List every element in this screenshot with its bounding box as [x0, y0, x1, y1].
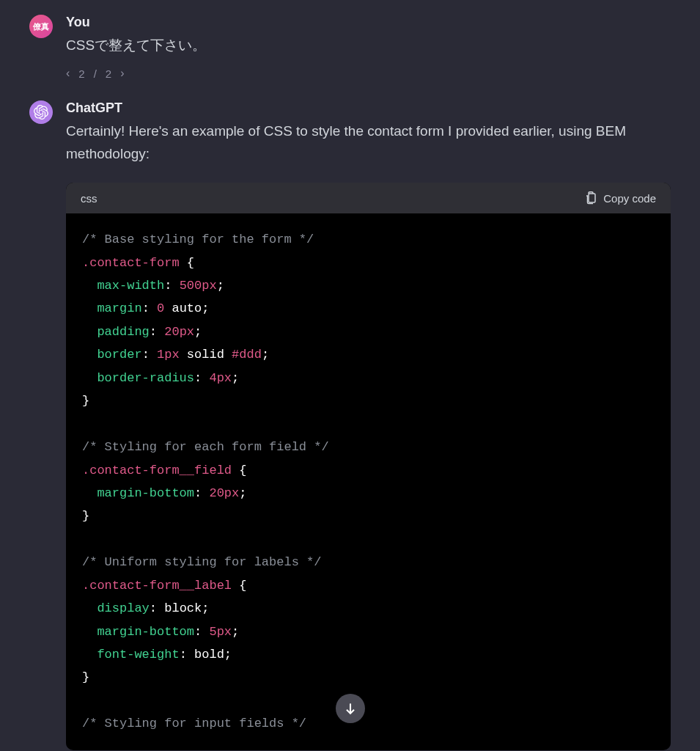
- user-text: CSSで整えて下さい。: [66, 34, 671, 56]
- conversation: 僚真 You CSSで整えて下さい。 ‹ 2 / 2 › ChatGPT Cer…: [0, 0, 700, 750]
- assistant-author: ChatGPT: [66, 100, 671, 116]
- openai-logo-icon: [34, 105, 48, 120]
- clipboard-icon: [584, 191, 597, 205]
- code-block: css Copy code /* Base styling for the fo…: [66, 183, 671, 750]
- user-message: 僚真 You CSSで整えて下さい。 ‹ 2 / 2 ›: [29, 15, 671, 80]
- user-avatar-text: 僚真: [33, 21, 49, 32]
- arrow-down-icon: [343, 701, 358, 716]
- copy-code-label: Copy code: [603, 192, 656, 205]
- scroll-down-button[interactable]: [336, 694, 365, 723]
- message-pagination: ‹ 2 / 2 ›: [66, 67, 671, 80]
- code-header: css Copy code: [66, 183, 671, 213]
- user-author: You: [66, 15, 671, 30]
- assistant-avatar: [29, 100, 53, 124]
- user-message-body: You CSSで整えて下さい。 ‹ 2 / 2 ›: [66, 15, 671, 80]
- pagination-total: 2: [106, 67, 111, 80]
- user-avatar: 僚真: [29, 15, 53, 38]
- assistant-text: Certainly! Here's an example of CSS to s…: [66, 120, 671, 165]
- next-message-button[interactable]: ›: [120, 67, 124, 80]
- pagination-current: 2: [78, 67, 84, 80]
- code-content[interactable]: /* Base styling for the form */ .contact…: [66, 213, 671, 750]
- pagination-sep: /: [94, 67, 97, 80]
- svg-rect-0: [589, 194, 595, 202]
- copy-code-button[interactable]: Copy code: [584, 191, 656, 205]
- assistant-message: ChatGPT Certainly! Here's an example of …: [29, 100, 671, 750]
- code-language-label: css: [81, 192, 97, 205]
- prev-message-button[interactable]: ‹: [66, 67, 70, 80]
- assistant-message-body: ChatGPT Certainly! Here's an example of …: [66, 100, 671, 750]
